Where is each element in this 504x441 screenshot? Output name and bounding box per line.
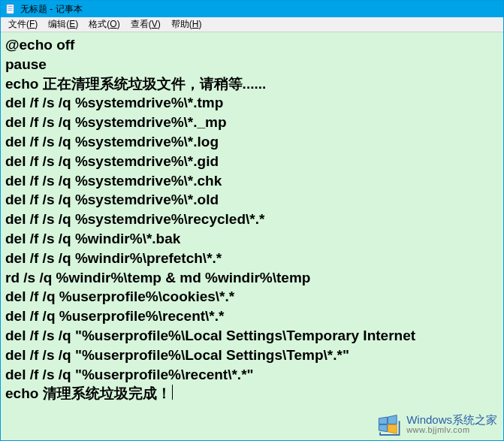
editor-line: del /f /s /q "%userprofile%\Local Settin… <box>5 346 499 365</box>
menu-format[interactable]: 格式(O) <box>84 17 124 32</box>
editor-line: del /f /s /q %systemdrive%\*._mp <box>5 113 499 132</box>
editor-line: echo 正在清理系统垃圾文件，请稍等...... <box>5 74 499 94</box>
menubar: 文件(F) 编辑(E) 格式(O) 查看(V) 帮助(H) <box>1 17 503 32</box>
notepad-icon <box>5 4 16 14</box>
editor-line: del /f /s /q "%userprofile%\Local Settin… <box>5 326 499 346</box>
svg-rect-0 <box>7 5 14 14</box>
menu-file[interactable]: 文件(F) <box>4 17 42 32</box>
editor-line: del /f /q %userprofile%\cookies\*.* <box>5 287 499 307</box>
editor-line: del /f /s /q %systemdrive%\*.tmp <box>5 93 499 113</box>
editor-line: del /f /s /q %windir%\*.bak <box>5 229 499 249</box>
menu-view[interactable]: 查看(V) <box>126 17 165 32</box>
editor-line: rd /s /q %windir%\temp & md %windir%\tem… <box>5 268 499 288</box>
notepad-window: 无标题 - 记事本 文件(F) 编辑(E) 格式(O) 查看(V) 帮助(H) … <box>0 0 504 441</box>
editor-text-area[interactable]: @echo offpauseecho 正在清理系统垃圾文件，请稍等......d… <box>1 32 503 440</box>
editor-line: del /f /s /q %systemdrive%\*.gid <box>5 152 499 171</box>
menu-help[interactable]: 帮助(H) <box>167 17 207 32</box>
menu-edit[interactable]: 编辑(E) <box>44 17 83 32</box>
titlebar[interactable]: 无标题 - 记事本 <box>1 1 503 17</box>
text-caret <box>172 385 174 400</box>
editor-line: echo 清理系统垃圾完成！ <box>5 384 499 403</box>
editor-line: del /f /s /q %systemdrive%\*.log <box>5 132 499 152</box>
editor-line: del /f /s /q %systemdrive%\*.old <box>5 190 499 210</box>
editor-line: del /f /s /q %windir%\prefetch\*.* <box>5 249 499 268</box>
editor-line: del /f /s /q %systemdrive%\*.chk <box>5 171 499 191</box>
editor-line: pause <box>5 55 499 74</box>
editor-line: del /f /s /q %systemdrive%\recycled\*.* <box>5 210 499 229</box>
editor-line: @echo off <box>5 35 499 55</box>
window-title: 无标题 - 记事本 <box>20 3 83 16</box>
editor-line: del /f /q %userprofile%\recent\*.* <box>5 307 499 326</box>
editor-line: del /f /s /q "%userprofile%\recent\*.*" <box>5 365 499 385</box>
